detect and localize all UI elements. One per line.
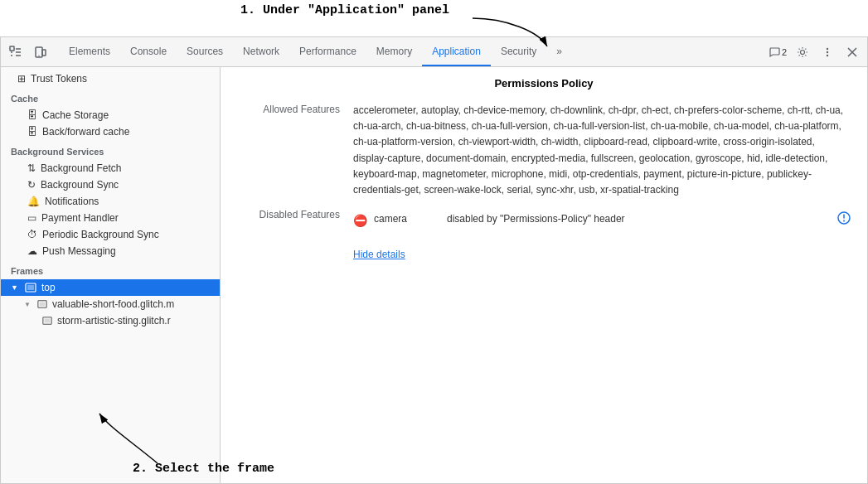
main-area: ⊞ Trust Tokens Cache 🗄 Cache Storage 🗄 B…	[1, 67, 867, 483]
sidebar-item-notifications[interactable]: 🔔 Notifications	[1, 193, 220, 210]
cloud-icon: ☁	[27, 245, 37, 257]
svg-point-7	[827, 47, 828, 49]
cylinder2-icon: 🗄	[27, 126, 37, 138]
sidebar-item-cache-storage[interactable]: 🗄 Cache Storage	[1, 107, 220, 123]
devtools-window: Elements Console Sources Network Perform…	[0, 36, 868, 484]
allowed-features-value: accelerometer, autoplay, ch-device-memor…	[353, 103, 851, 198]
fetch-icon: ⇅	[27, 162, 36, 174]
sidebar-item-trust-tokens[interactable]: ⊞ Trust Tokens	[1, 70, 220, 87]
messages-button[interactable]: 2	[766, 41, 789, 64]
allowed-features-row: Allowed Features accelerometer, autoplay…	[237, 103, 851, 198]
cylinder-icon: 🗄	[27, 109, 37, 121]
tab-network[interactable]: Network	[233, 37, 289, 66]
tab-performance[interactable]: Performance	[289, 37, 366, 66]
inspect-element-button[interactable]	[4, 41, 27, 64]
settings-button[interactable]	[791, 41, 814, 64]
more-options-button[interactable]	[816, 41, 839, 64]
bell-icon: 🔔	[27, 196, 40, 207]
sidebar-section-bg-services: Background Services	[1, 140, 220, 160]
clock-icon: ⏱	[27, 229, 37, 240]
svg-point-8	[827, 51, 828, 52]
database-icon: ⊞	[17, 73, 26, 85]
error-icon: ⛔	[353, 211, 367, 230]
sidebar-item-push-messaging[interactable]: ☁ Push Messaging	[1, 243, 220, 259]
sidebar-item-payment-handler[interactable]: ▭ Payment Handler	[1, 210, 220, 226]
sidebar-section-cache: Cache	[1, 87, 220, 107]
svg-rect-11	[27, 285, 34, 290]
svg-rect-15	[45, 318, 51, 322]
sync-icon: ↻	[27, 179, 36, 191]
disabled-features-label: Disabled Features	[237, 208, 353, 220]
content-area: Permissions Policy Allowed Features acce…	[221, 67, 867, 483]
sidebar-item-frame2[interactable]: ▶ storm-artistic-sting.glitch.r	[1, 312, 220, 329]
allowed-features-label: Allowed Features	[237, 103, 353, 115]
disabled-reason: disabled by "Permissions-Policy" header	[447, 211, 831, 227]
svg-point-6	[801, 50, 805, 54]
tab-bar-right-icons: 2	[766, 41, 864, 64]
annotation-top: 1. Under "Application" panel	[240, 3, 449, 17]
tab-security[interactable]: Security	[491, 37, 546, 66]
svg-rect-2	[10, 46, 14, 51]
sidebar-item-back-forward-cache[interactable]: 🗄 Back/forward cache	[1, 123, 220, 140]
tabs-list: Elements Console Sources Network Perform…	[59, 37, 766, 66]
frame-icon3	[42, 316, 52, 326]
svg-rect-4	[42, 50, 46, 56]
sidebar-item-top-frame[interactable]: ▼ top	[1, 279, 220, 296]
expand-triangle: ▼	[11, 283, 18, 292]
disabled-features-value: ⛔ camera disabled by "Permissions-Policy…	[353, 208, 851, 263]
tab-more[interactable]: »	[546, 37, 572, 66]
content-title: Permissions Policy	[237, 77, 851, 90]
payment-icon: ▭	[27, 212, 36, 224]
sidebar: ⊞ Trust Tokens Cache 🗄 Cache Storage 🗄 B…	[1, 67, 221, 483]
tab-bar-left-icons	[4, 41, 52, 64]
device-toolbar-button[interactable]	[29, 41, 52, 64]
svg-point-5	[38, 55, 39, 56]
sidebar-item-periodic-bg-sync[interactable]: ⏱ Periodic Background Sync	[1, 226, 220, 243]
sidebar-item-frame1[interactable]: ▼ valuable-short-food.glitch.m	[1, 296, 220, 312]
disabled-feature-name: camera	[374, 211, 440, 227]
hide-details-link[interactable]: Hide details	[353, 247, 405, 263]
disabled-features-row: Disabled Features ⛔ camera disabled by "…	[237, 208, 851, 263]
svg-point-9	[827, 54, 828, 56]
tab-console[interactable]: Console	[120, 37, 177, 66]
svg-rect-13	[39, 302, 45, 306]
expand-triangle2: ▼	[24, 301, 31, 308]
sidebar-item-bg-fetch[interactable]: ⇅ Background Fetch	[1, 160, 220, 177]
tab-sources[interactable]: Sources	[177, 37, 233, 66]
sidebar-section-frames: Frames	[1, 259, 220, 279]
tab-application[interactable]: Application	[422, 37, 491, 66]
sidebar-item-bg-sync[interactable]: ↻ Background Sync	[1, 177, 220, 193]
tab-elements[interactable]: Elements	[59, 37, 120, 66]
tab-bar: Elements Console Sources Network Perform…	[1, 37, 867, 67]
frame-icon	[25, 282, 36, 293]
frame-icon2	[37, 299, 47, 309]
disabled-camera-row: ⛔ camera disabled by "Permissions-Policy…	[353, 211, 851, 230]
help-link-icon[interactable]	[837, 211, 851, 230]
tab-memory[interactable]: Memory	[366, 37, 422, 66]
close-button[interactable]	[841, 41, 864, 64]
message-count: 2	[782, 47, 787, 57]
